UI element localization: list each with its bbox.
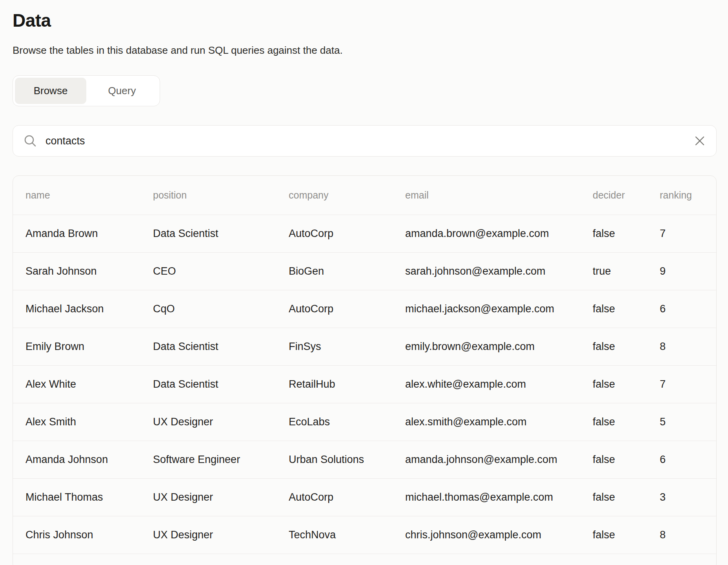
table-header-row: namepositioncompanyemaildeciderranking [13, 176, 716, 215]
table-cell: Alex White [25, 378, 153, 390]
table-cell: Software Engineer [153, 454, 289, 466]
page: Data Browse the tables in this database … [0, 0, 728, 565]
table-cell: Emily Brown [25, 341, 153, 353]
table-cell: michael.jackson@example.com [405, 303, 593, 315]
search-bar [13, 125, 717, 157]
table-row[interactable]: Amanda JohnsonSoftware EngineerUrban Sol… [13, 441, 716, 479]
table-cell: 5 [660, 416, 716, 428]
table-cell: false [593, 228, 660, 240]
table-tail-spacer [13, 554, 716, 565]
table-cell: false [593, 341, 660, 353]
table-cell: Michael Jackson [25, 303, 153, 315]
table-row[interactable]: Amanda BrownData ScientistAutoCorpamanda… [13, 215, 716, 253]
search-input[interactable] [46, 135, 694, 147]
table-cell: false [593, 491, 660, 503]
search-icon [24, 134, 37, 148]
table-row[interactable]: Alex SmithUX DesignerEcoLabsalex.smith@e… [13, 403, 716, 441]
table-cell: CqO [153, 303, 289, 315]
table-cell: Amanda Johnson [25, 454, 153, 466]
column-header-ranking: ranking [660, 190, 716, 201]
table-cell: false [593, 378, 660, 390]
table-cell: AutoCorp [289, 228, 405, 240]
table-cell: UX Designer [153, 491, 289, 503]
table-cell: FinSys [289, 341, 405, 353]
column-header-decider: decider [593, 190, 660, 201]
table-row[interactable]: Chris JohnsonUX DesignerTechNovachris.jo… [13, 516, 716, 554]
table-cell: false [593, 416, 660, 428]
table-cell: amanda.brown@example.com [405, 228, 593, 240]
table-cell: EcoLabs [289, 416, 405, 428]
table-cell: emily.brown@example.com [405, 341, 593, 353]
table-cell: sarah.johnson@example.com [405, 265, 593, 277]
table-cell: 6 [660, 454, 716, 466]
table-cell: Alex Smith [25, 416, 153, 428]
table-cell: Amanda Brown [25, 228, 153, 240]
column-header-email: email [405, 190, 593, 201]
table-cell: true [593, 265, 660, 277]
table-cell: 7 [660, 378, 716, 390]
table-cell: AutoCorp [289, 303, 405, 315]
table-row[interactable]: Michael JacksonCqOAutoCorpmichael.jackso… [13, 290, 716, 328]
table-cell: Data Scientist [153, 341, 289, 353]
table-cell: false [593, 529, 660, 541]
table-cell: michael.thomas@example.com [405, 491, 593, 503]
tab-group: Browse Query [13, 75, 160, 106]
table-cell: Data Scientist [153, 378, 289, 390]
table-cell: AutoCorp [289, 491, 405, 503]
column-header-company: company [289, 190, 405, 201]
tab-query[interactable]: Query [86, 78, 158, 104]
table-row[interactable]: Sarah JohnsonCEOBioGensarah.johnson@exam… [13, 253, 716, 290]
table-cell: false [593, 454, 660, 466]
column-header-position: position [153, 190, 289, 201]
table-cell: Data Scientist [153, 228, 289, 240]
table-cell: BioGen [289, 265, 405, 277]
column-header-name: name [25, 190, 153, 201]
table-body: Amanda BrownData ScientistAutoCorpamanda… [13, 215, 716, 554]
table-row[interactable]: Alex WhiteData ScientistRetailHubalex.wh… [13, 366, 716, 403]
table-cell: TechNova [289, 529, 405, 541]
table-row[interactable]: Emily BrownData ScientistFinSysemily.bro… [13, 328, 716, 366]
table-cell: amanda.johnson@example.com [405, 454, 593, 466]
tab-browse[interactable]: Browse [15, 78, 86, 104]
table-cell: 6 [660, 303, 716, 315]
table-cell: 8 [660, 341, 716, 353]
table-cell: 8 [660, 529, 716, 541]
clear-search-button[interactable] [694, 135, 705, 146]
table-cell: Urban Solutions [289, 454, 405, 466]
x-close-icon [694, 135, 705, 146]
data-table: namepositioncompanyemaildeciderranking A… [13, 175, 717, 565]
table-cell: Sarah Johnson [25, 265, 153, 277]
table-row[interactable]: Michael ThomasUX DesignerAutoCorpmichael… [13, 479, 716, 516]
table-cell: UX Designer [153, 529, 289, 541]
table-cell: 9 [660, 265, 716, 277]
page-title: Data [13, 10, 717, 31]
table-cell: UX Designer [153, 416, 289, 428]
table-cell: Michael Thomas [25, 491, 153, 503]
page-subtitle: Browse the tables in this database and r… [13, 44, 717, 56]
table-cell: false [593, 303, 660, 315]
table-cell: 3 [660, 491, 716, 503]
table-cell: CEO [153, 265, 289, 277]
table-cell: 7 [660, 228, 716, 240]
table-cell: alex.white@example.com [405, 378, 593, 390]
table-cell: chris.johnson@example.com [405, 529, 593, 541]
table-cell: Chris Johnson [25, 529, 153, 541]
table-cell: RetailHub [289, 378, 405, 390]
table-cell: alex.smith@example.com [405, 416, 593, 428]
